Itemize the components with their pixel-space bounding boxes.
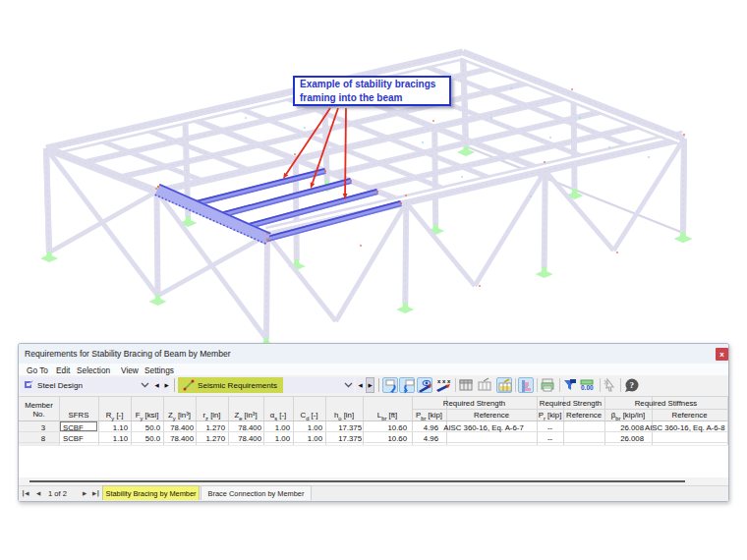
- svg-text:x x x: x x x: [437, 378, 451, 384]
- svg-text:?: ?: [630, 380, 635, 390]
- svg-text:0.00: 0.00: [581, 384, 594, 391]
